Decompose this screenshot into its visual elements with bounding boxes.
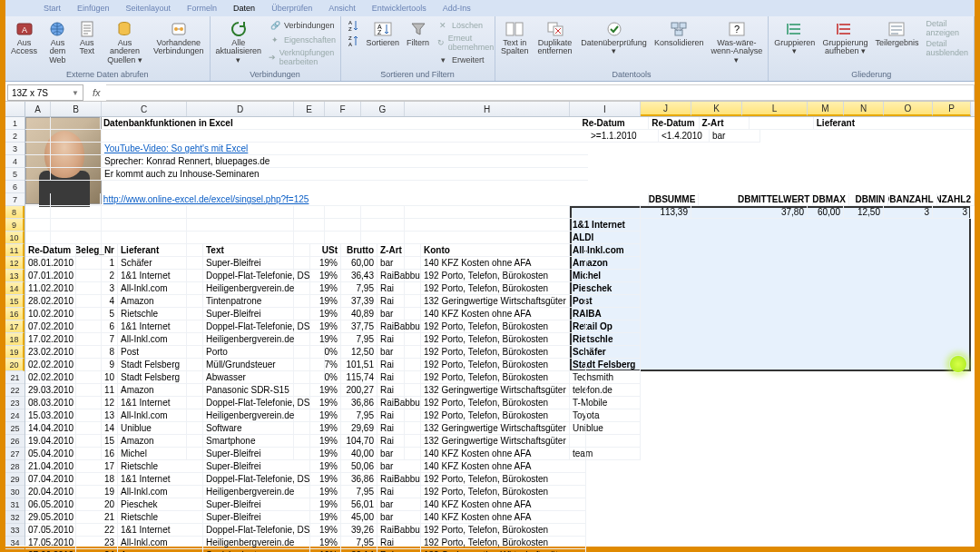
remove-duplicates-button[interactable]: Duplikate entfernen	[534, 18, 575, 56]
cell[interactable]: RaiBabbu	[377, 270, 421, 282]
cell[interactable]: bar	[377, 346, 421, 359]
cell[interactable]: 192 Porto, Telefon, Bürokosten	[421, 270, 586, 282]
table-row[interactable]: 23.02.20108PostPorto0%12,50bar192 Porto,…	[25, 346, 975, 359]
cell[interactable]: Super-Bleifrei	[203, 257, 310, 270]
cell[interactable]: Super-Bleifrei	[203, 448, 310, 460]
table-row[interactable]: 02.02.20109Stadt FelsbergMüll/Grundsteue…	[25, 359, 975, 371]
row-header[interactable]: 6	[5, 181, 24, 193]
cell[interactable]: 9	[76, 359, 118, 371]
tab[interactable]: Formeln	[187, 4, 217, 13]
row-header[interactable]: 2	[5, 130, 24, 143]
cell[interactable]: Doppel-Flat-Telefonie, DSL	[203, 473, 310, 486]
cell[interactable]: bar	[377, 308, 421, 320]
cell[interactable]: 1&1 Internet	[118, 524, 203, 537]
cell[interactable]: 60,00	[341, 257, 377, 270]
cell[interactable]: 12,50	[341, 346, 377, 359]
cell[interactable]: 132 Geringwertige Wirtschaftsgüter	[421, 295, 586, 308]
cell[interactable]: 16	[76, 448, 118, 460]
refresh-all-button[interactable]: Alle aktualisieren ▾	[214, 18, 264, 64]
cell[interactable]: Super-Bleifrei	[203, 460, 310, 473]
table-row[interactable]: 07.01.201021&1 InternetDoppel-Flat-Telef…	[25, 270, 975, 282]
from-other-sources-button[interactable]: Aus anderen Quellen ▾	[102, 18, 148, 64]
cell[interactable]: 140 KFZ Kosten ohne AFA	[421, 448, 586, 460]
cell[interactable]: 200,27	[341, 384, 377, 397]
cell[interactable]: 15.03.2010	[25, 409, 76, 422]
column-headers[interactable]: A B C D E F G H I J K L M N O P	[5, 102, 975, 117]
cell[interactable]: 140 KFZ Kosten ohne AFA	[421, 460, 586, 473]
fx-icon[interactable]: fx	[93, 87, 101, 98]
cell[interactable]: 19%	[310, 537, 341, 549]
external-link[interactable]: http://www.online-excel.de/excel/singsel…	[101, 193, 579, 206]
cell[interactable]: All-Inkl.com	[118, 282, 203, 295]
cell[interactable]: 7%	[310, 359, 341, 371]
cell[interactable]: All-Inkl.com	[118, 486, 203, 498]
cell[interactable]: bar	[377, 511, 421, 524]
cell[interactable]: 14.04.2010	[25, 422, 76, 435]
cell[interactable]: Rai	[377, 435, 421, 448]
cell[interactable]: 17	[76, 460, 118, 473]
cell[interactable]: Rai	[377, 384, 421, 397]
cell[interactable]: Michel	[118, 448, 203, 460]
connections-button[interactable]: 🔗Verbindungen	[267, 18, 341, 33]
ungroup-button[interactable]: Gruppierung aufheben ▾	[820, 18, 869, 56]
cell[interactable]: 1&1 Internet	[118, 270, 203, 282]
sort-za-button[interactable]: ZA	[345, 34, 361, 48]
from-web-button[interactable]: Aus dem Web	[43, 18, 73, 64]
cell[interactable]: 19%	[310, 384, 341, 397]
col-header[interactable]: E	[294, 102, 325, 116]
table-row[interactable]: 15.03.201013All-Inkl.comHeiligenbergvere…	[25, 409, 975, 422]
cell[interactable]: 19%	[310, 308, 341, 320]
cell[interactable]: 28.02.2010	[25, 295, 76, 308]
dfun-value[interactable]: 60,00	[808, 206, 844, 219]
table-row[interactable]: 02.02.201010Stadt FelsbergAbwasser0%115,…	[25, 371, 975, 384]
cell[interactable]: 19	[76, 486, 118, 498]
subtotal-button[interactable]: Teilergebnis	[873, 18, 920, 47]
table-row[interactable]: 29.03.201011AmazonPanasonic SDR-S1519%20…	[25, 384, 975, 397]
table-row[interactable]: 07.02.201061&1 InternetDoppel-Flat-Telef…	[25, 320, 975, 333]
table-row[interactable]: 10.02.20105RietschleSuper-Bleifrei19%40,…	[25, 308, 975, 320]
existing-connections-button[interactable]: Vorhandene Verbindungen	[152, 18, 206, 56]
cell[interactable]: 192 Porto, Telefon, Bürokosten	[421, 333, 586, 346]
youtube-link[interactable]: YouTube-Video: So geht's mit Excel	[102, 143, 588, 155]
cell[interactable]: Super-Bleifrei	[203, 308, 310, 320]
cell[interactable]: 37,39	[341, 295, 377, 308]
row-header[interactable]: 1	[5, 117, 24, 130]
cell[interactable]: 11	[76, 384, 118, 397]
cell[interactable]: 115,74	[341, 371, 377, 384]
cell[interactable]: 29,69	[341, 422, 377, 435]
cell[interactable]: 07.04.2010	[25, 473, 76, 486]
col-header[interactable]: A	[25, 102, 51, 116]
show-detail-button[interactable]: Detail anzeigen	[924, 18, 970, 38]
cell[interactable]: 192 Porto, Telefon, Bürokosten	[421, 320, 586, 333]
cell[interactable]: Doppel-Flat-Telefonie, DSL	[203, 320, 310, 333]
row-header[interactable]: 12	[5, 257, 24, 270]
table-row[interactable]: 17.05.201023All-Inkl.comHeiligenbergvere…	[25, 537, 975, 549]
sort-button[interactable]: AZSortieren	[365, 18, 402, 47]
lieferant-item[interactable]: 1&1 Internet	[570, 219, 641, 232]
row-header[interactable]: 33	[5, 524, 24, 537]
row-header[interactable]: 10	[5, 232, 24, 244]
cell[interactable]: bar	[377, 498, 421, 511]
consolidate-button[interactable]: Konsolidieren	[652, 18, 706, 47]
cell[interactable]: Doppel-Flat-Telefonie, DSL	[203, 524, 310, 537]
cell[interactable]: bar	[377, 460, 421, 473]
row-header[interactable]: 27	[5, 448, 24, 460]
cell[interactable]: 37,75	[341, 320, 377, 333]
cell[interactable]: 192 Porto, Telefon, Bürokosten	[421, 409, 586, 422]
tab[interactable]: Seitenlayout	[126, 4, 172, 13]
cell[interactable]: 140 KFZ Kosten ohne AFA	[421, 308, 586, 320]
cell[interactable]: Post	[118, 346, 203, 359]
cell[interactable]: 07.05.2010	[25, 524, 76, 537]
dfun-value[interactable]: 37,80	[691, 206, 808, 219]
cell[interactable]: Rietschle	[118, 511, 203, 524]
cell[interactable]: Amazon	[118, 295, 203, 308]
cell[interactable]: 192 Porto, Telefon, Bürokosten	[421, 346, 586, 359]
col-header[interactable]: K	[691, 102, 742, 116]
cell[interactable]: 19%	[310, 270, 341, 282]
row-header[interactable]: 20	[5, 359, 24, 371]
dfun-value[interactable]: 12,50	[844, 206, 884, 219]
cell[interactable]: Heiligenbergverein.de	[203, 409, 310, 422]
cell[interactable]: 7,95	[341, 537, 377, 549]
row-header[interactable]: 7	[5, 193, 24, 206]
dropdown-icon[interactable]: ▼	[72, 89, 79, 97]
